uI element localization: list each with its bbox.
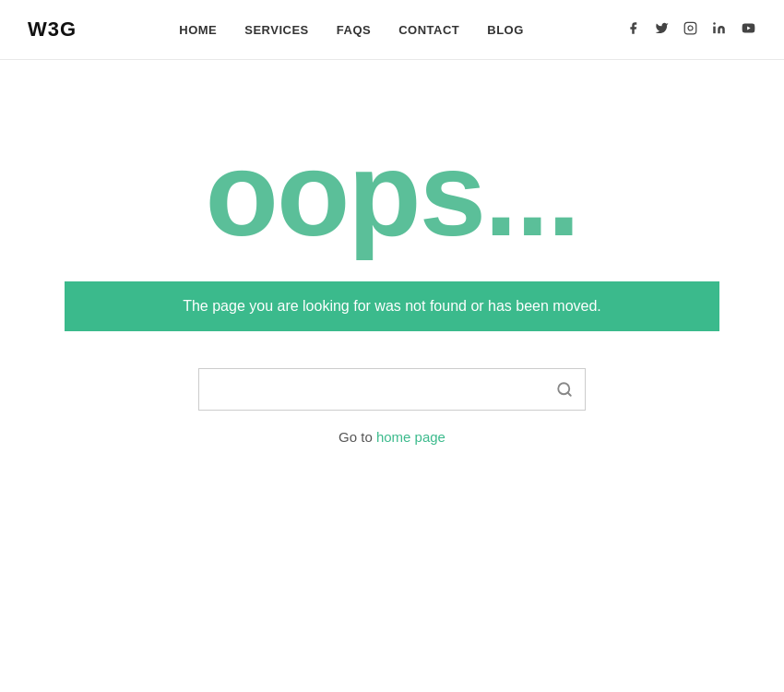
go-to-line: Go to home page xyxy=(339,429,445,445)
error-message: The page you are looking for was not fou… xyxy=(183,298,601,314)
svg-rect-2 xyxy=(713,27,716,34)
instagram-icon[interactable] xyxy=(683,21,697,38)
site-header: W3G HOME SERVICES FAQS CONTACT BLOG xyxy=(0,0,784,60)
linkedin-icon[interactable] xyxy=(712,21,726,38)
twitter-icon[interactable] xyxy=(655,21,669,38)
error-banner: The page you are looking for was not fou… xyxy=(65,281,719,331)
main-content: oops... The page you are looking for was… xyxy=(0,60,784,445)
svg-point-3 xyxy=(713,22,716,25)
nav-faqs[interactable]: FAQS xyxy=(337,23,371,37)
svg-line-6 xyxy=(567,392,570,395)
go-to-prefix: Go to xyxy=(339,429,376,445)
search-container xyxy=(198,368,586,411)
search-icon xyxy=(556,381,573,398)
site-logo: W3G xyxy=(28,18,77,42)
search-button[interactable] xyxy=(543,368,586,411)
nav-contact[interactable]: CONTACT xyxy=(398,23,459,37)
youtube-icon[interactable] xyxy=(741,21,756,38)
main-nav: HOME SERVICES FAQS CONTACT BLOG xyxy=(179,23,524,37)
nav-blog[interactable]: BLOG xyxy=(487,23,524,37)
oops-heading: oops... xyxy=(206,134,579,254)
nav-services[interactable]: SERVICES xyxy=(244,23,309,37)
facebook-icon[interactable] xyxy=(626,21,640,38)
home-page-link[interactable]: home page xyxy=(376,429,445,445)
search-input[interactable] xyxy=(198,368,586,411)
nav-home[interactable]: HOME xyxy=(179,23,217,37)
svg-rect-0 xyxy=(684,22,696,34)
social-links xyxy=(626,21,756,38)
